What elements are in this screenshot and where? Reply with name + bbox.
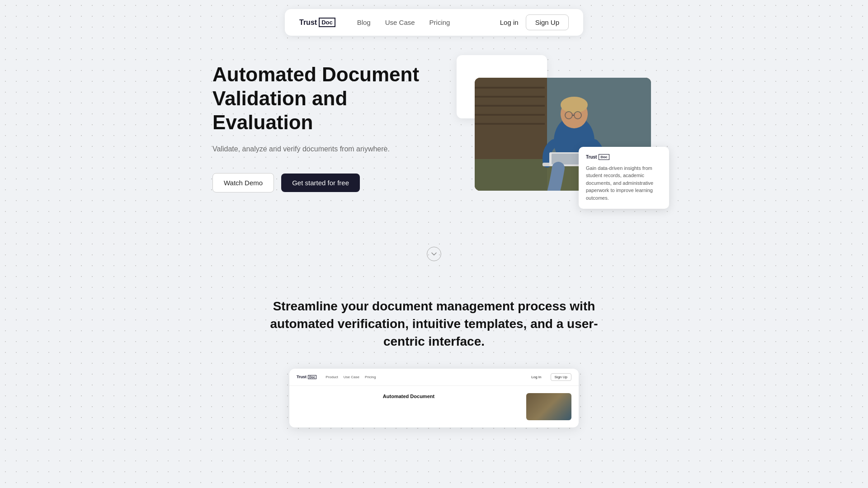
mini-preview: Trust Doc Product Use Case Pricing Log I… [289,369,579,427]
mini-logo-doc: Doc [308,375,316,379]
mini-nav-pricing: Pricing [365,375,376,379]
info-card: Trust Doc Gain data-driven insights from… [579,147,669,209]
logo-trust: Trust [299,19,317,27]
nav-blog[interactable]: Blog [357,19,371,26]
mini-login: Log In [531,375,541,379]
svg-rect-3 [475,96,545,98]
svg-rect-5 [475,114,545,116]
hero-title: Automated Document Validation and Evalua… [212,63,425,134]
mini-nav-use-case: Use Case [344,375,359,379]
login-button[interactable]: Log in [500,19,519,26]
hero-left: Automated Document Validation and Evalua… [212,63,425,192]
chevron-down-icon [431,251,437,257]
hero-subtitle: Validate, analyze and verify documents f… [212,143,425,155]
info-card-logo-trust: Trust [586,155,597,160]
nav-pricing[interactable]: Pricing [429,19,450,26]
mini-nav-product: Product [326,375,338,379]
section-two-title: Streamline your document management proc… [258,297,610,351]
mini-nav-links: Product Use Case Pricing [326,375,522,379]
svg-rect-4 [475,105,545,107]
svg-point-11 [561,97,588,113]
logo-doc: Doc [319,18,335,27]
mini-hero-content: Automated Document [289,386,579,427]
nav-links: Blog Use Case Pricing [357,19,478,26]
navbar: Trust Doc Blog Use Case Pricing Log in S… [285,9,583,36]
mini-preview-nav: Trust Doc Product Use Case Pricing Log I… [289,369,579,386]
nav-actions: Log in Sign Up [500,14,569,30]
hero-buttons: Watch Demo Get started for free [212,173,425,192]
hero-right: Trust Doc Gain data-driven insights from… [443,64,656,191]
mini-hero-left: Automated Document [297,393,521,420]
scroll-indicator [0,247,868,261]
mini-logo-trust: Trust [297,375,307,379]
svg-rect-6 [475,123,545,125]
get-started-button[interactable]: Get started for free [281,174,360,192]
info-card-text: Gain data-driven insights from student r… [586,164,662,202]
info-card-logo: Trust Doc [586,154,662,160]
watch-demo-button[interactable]: Watch Demo [212,173,274,192]
svg-rect-2 [475,87,545,89]
navbar-wrapper: Trust Doc Blog Use Case Pricing Log in S… [0,0,868,36]
mini-hero-title: Automated Document [297,393,521,399]
nav-use-case[interactable]: Use Case [385,19,415,26]
scroll-chevron-button[interactable] [427,247,441,261]
hero-section: Automated Document Validation and Evalua… [185,36,683,211]
mini-logo: Trust Doc [297,375,316,379]
mini-signup: Sign Up [551,373,571,381]
logo[interactable]: Trust Doc [299,18,335,27]
section-two: Streamline your document management proc… [0,288,868,446]
info-card-logo-doc: Doc [599,154,609,160]
mini-hero-right [526,393,571,420]
signup-button[interactable]: Sign Up [526,14,569,30]
